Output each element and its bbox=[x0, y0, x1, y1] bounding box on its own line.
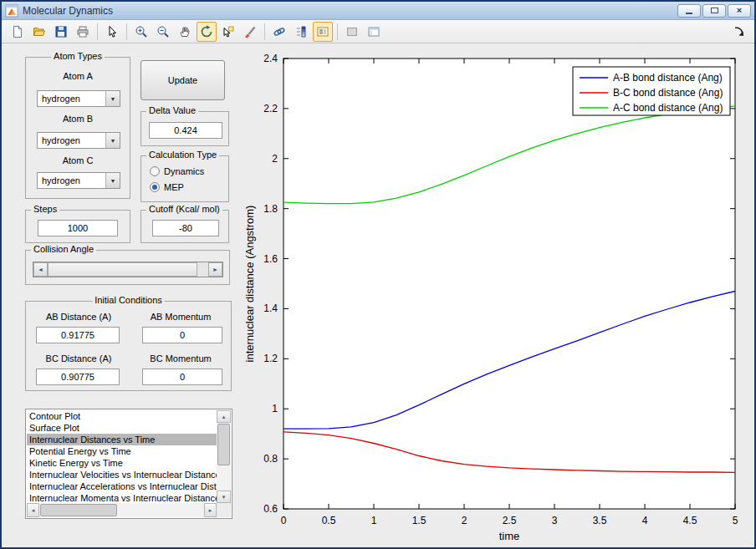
scrollbar-corner bbox=[217, 503, 231, 517]
slider-left-arrow-button[interactable]: ◄ bbox=[33, 262, 48, 277]
horizontal-scrollbar[interactable]: ◄ ► bbox=[27, 503, 217, 517]
print-figure-button[interactable] bbox=[73, 22, 93, 42]
dynamics-radio[interactable]: Dynamics bbox=[150, 166, 204, 176]
x-tick-label: 2 bbox=[462, 515, 467, 526]
scroll-down-button[interactable]: ▼ bbox=[217, 491, 231, 503]
update-button[interactable]: Update bbox=[140, 60, 225, 100]
atom-c-dropdown[interactable]: hydrogen ▼ bbox=[37, 172, 120, 189]
insert-legend-button[interactable] bbox=[313, 22, 333, 42]
save-figure-button[interactable] bbox=[51, 22, 71, 42]
atom-a-dropdown[interactable]: hydrogen ▼ bbox=[37, 90, 120, 107]
dynamics-radio-label: Dynamics bbox=[164, 166, 204, 176]
link-plot-button[interactable] bbox=[269, 22, 289, 42]
close-icon: × bbox=[737, 6, 742, 15]
open-file-button[interactable] bbox=[29, 22, 49, 42]
bc-distance-label: BC Distance (A) bbox=[33, 353, 125, 363]
radio-selected-icon[interactable] bbox=[150, 182, 160, 192]
atom-b-dropdown[interactable]: hydrogen ▼ bbox=[37, 132, 120, 149]
collision-angle-panel: Collision Angle ◄ ► bbox=[25, 250, 230, 285]
y-tick-label: 0.6 bbox=[263, 503, 278, 515]
scroll-left-button[interactable]: ◄ bbox=[27, 503, 39, 517]
toolbar bbox=[2, 20, 754, 43]
maximize-button[interactable] bbox=[702, 4, 726, 18]
pointer-arrow-icon bbox=[105, 25, 119, 38]
vertical-scroll-thumb[interactable] bbox=[217, 424, 230, 465]
list-item[interactable]: Internuclear Momenta vs Internuclear Dis… bbox=[27, 492, 217, 503]
minimize-icon bbox=[686, 13, 692, 14]
ab-momentum-input[interactable] bbox=[142, 327, 222, 343]
colorbar-icon bbox=[294, 25, 308, 38]
printer-icon bbox=[76, 25, 89, 38]
data-cursor-button[interactable] bbox=[218, 22, 238, 42]
delta-value-panel: Delta Value bbox=[140, 111, 229, 146]
ab-distance-label: AB Distance (A) bbox=[33, 312, 125, 322]
x-tick-label: 4.5 bbox=[683, 515, 697, 526]
new-document-icon bbox=[11, 25, 24, 38]
minimize-button[interactable] bbox=[677, 4, 701, 18]
hide-plot-tools-button[interactable] bbox=[342, 22, 362, 42]
plot-type-listbox[interactable]: Contour PlotSurface PlotInternuclear Dis… bbox=[25, 409, 232, 519]
list-item[interactable]: Kinetic Energy vs Time bbox=[27, 457, 217, 469]
vertical-scrollbar[interactable]: ▲ ▼ bbox=[217, 410, 231, 503]
zoom-in-button[interactable] bbox=[131, 22, 151, 42]
collision-angle-title: Collision Angle bbox=[31, 244, 96, 254]
delta-value-input[interactable] bbox=[149, 122, 222, 139]
hand-pan-icon bbox=[178, 25, 192, 38]
collision-angle-slider[interactable]: ◄ ► bbox=[33, 262, 223, 277]
toolbar-separator bbox=[264, 23, 265, 40]
close-button[interactable]: × bbox=[728, 4, 751, 18]
list-item[interactable]: Internuclear Distances vs Time bbox=[27, 434, 217, 445]
insert-colorbar-button[interactable] bbox=[291, 22, 311, 42]
legend-entry: B-C bond distance (Ang) bbox=[613, 87, 723, 99]
steps-input[interactable] bbox=[38, 220, 118, 236]
list-item[interactable]: Internuclear Velocities vs Internuclear … bbox=[27, 469, 217, 480]
slider-thumb[interactable] bbox=[48, 262, 197, 277]
scroll-right-button[interactable]: ► bbox=[204, 503, 217, 517]
mep-radio-label: MEP bbox=[164, 182, 184, 192]
atom-b-value: hydrogen bbox=[38, 133, 105, 148]
cutoff-panel: Cutoff (Kcal/ mol) bbox=[140, 210, 229, 243]
zoom-in-icon bbox=[135, 25, 148, 38]
scroll-up-button[interactable]: ▲ bbox=[217, 410, 231, 423]
bc-momentum-input[interactable] bbox=[142, 369, 222, 385]
x-axis-label: time bbox=[499, 530, 520, 542]
list-item[interactable]: Potential Energy vs Time bbox=[27, 445, 217, 457]
show-plot-tools-button[interactable] bbox=[364, 22, 384, 42]
open-folder-icon bbox=[33, 25, 46, 38]
list-item[interactable]: Contour Plot bbox=[27, 410, 217, 422]
pan-button[interactable] bbox=[175, 22, 195, 42]
dock-figure-icon[interactable] bbox=[733, 25, 746, 38]
legend-icon bbox=[316, 25, 329, 38]
steps-panel: Steps bbox=[25, 210, 130, 243]
list-item[interactable]: Internuclear Accelerations vs Internucle… bbox=[27, 480, 217, 492]
rotate-3d-button[interactable] bbox=[197, 22, 217, 42]
list-item[interactable]: Surface Plot bbox=[27, 422, 217, 434]
chevron-down-icon[interactable]: ▼ bbox=[105, 91, 120, 106]
calculation-type-panel: Calculation Type Dynamics MEP bbox=[140, 155, 229, 202]
x-tick-label: 2.5 bbox=[503, 515, 517, 526]
slider-right-arrow-button[interactable]: ► bbox=[208, 262, 222, 277]
x-tick-label: 3.5 bbox=[593, 515, 607, 526]
new-figure-button[interactable] bbox=[8, 22, 28, 42]
x-tick-label: 1.5 bbox=[412, 515, 427, 526]
radio-icon[interactable] bbox=[150, 166, 160, 176]
figure-window: Molecular Dynamics × bbox=[0, 0, 756, 549]
chart[interactable]: 00.511.522.533.544.550.60.811.21.41.61.8… bbox=[242, 50, 750, 548]
chevron-down-icon[interactable]: ▼ bbox=[105, 133, 120, 148]
chevron-down-icon[interactable]: ▼ bbox=[105, 173, 120, 188]
titlebar[interactable]: Molecular Dynamics × bbox=[2, 2, 754, 20]
y-tick-label: 2.4 bbox=[263, 53, 278, 64]
ab-momentum-label: AB Momentum bbox=[135, 312, 227, 322]
cutoff-input[interactable] bbox=[152, 220, 219, 236]
brush-icon bbox=[243, 25, 257, 38]
edit-plot-button[interactable] bbox=[102, 22, 122, 42]
ab-distance-input[interactable] bbox=[36, 327, 120, 343]
horizontal-scroll-thumb[interactable] bbox=[40, 504, 117, 516]
bc-distance-input[interactable] bbox=[36, 369, 120, 385]
mep-radio[interactable]: MEP bbox=[150, 182, 184, 192]
atom-a-value: hydrogen bbox=[38, 91, 105, 106]
data-cursor-icon bbox=[222, 25, 235, 38]
plot-box bbox=[284, 58, 735, 509]
zoom-out-button[interactable] bbox=[153, 22, 173, 42]
brush-data-button[interactable] bbox=[240, 22, 260, 42]
